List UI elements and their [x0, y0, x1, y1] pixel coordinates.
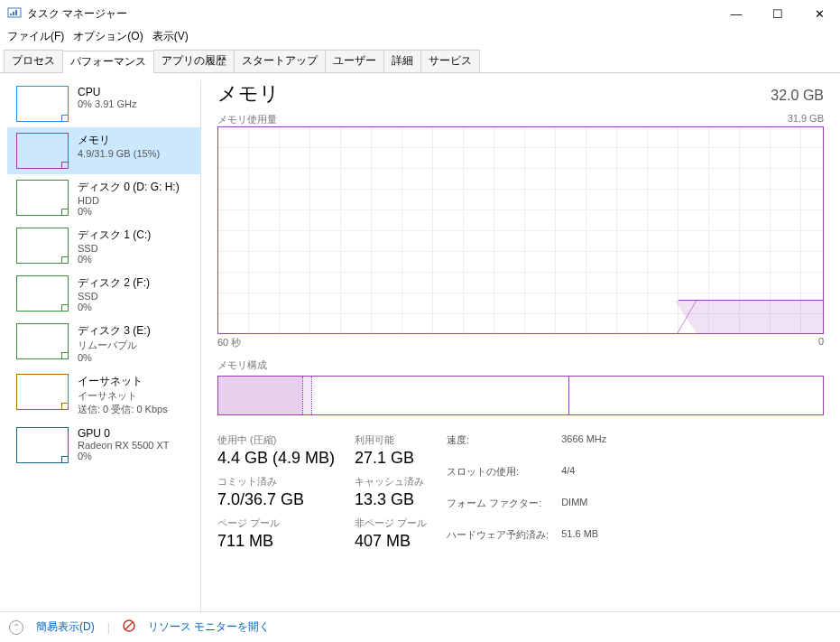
menu-bar: ファイル(F) オプション(O) 表示(V)	[0, 27, 840, 48]
commit-label: コミット済み	[217, 475, 335, 488]
sidebar-item-disk-2[interactable]: ディスク 0 (D: G: H:)HDD0%	[7, 174, 200, 222]
window-title: タスク マネージャー	[27, 6, 127, 22]
title-bar: タスク マネージャー — ☐ ✕	[0, 0, 840, 27]
sidebar-item-cpu-0[interactable]: CPU0% 3.91 GHz	[7, 80, 200, 127]
thumb-icon	[16, 133, 69, 169]
resmon-icon	[123, 619, 135, 635]
tab-5[interactable]: 詳細	[383, 50, 421, 72]
fewer-details-link[interactable]: 簡易表示(D)	[36, 619, 95, 635]
composition-label: メモリ構成	[217, 358, 267, 372]
menu-options[interactable]: オプション(O)	[73, 29, 143, 44]
sidebar-item-disk-5[interactable]: ディスク 3 (E:)リムーバブル0%	[7, 318, 200, 368]
sidebar: CPU0% 3.91 GHzメモリ4.9/31.9 GB (15%)ディスク 0…	[7, 80, 201, 615]
axis-right: 0	[818, 336, 824, 349]
svg-rect-1	[10, 14, 12, 15]
menu-view[interactable]: 表示(V)	[152, 29, 189, 44]
inuse-value: 4.4 GB (4.9 MB)	[217, 449, 335, 468]
thumb-icon	[16, 180, 69, 216]
avail-value: 27.1 GB	[355, 449, 427, 468]
tab-bar: プロセスパフォーマンスアプリの履歴スタートアップユーザー詳細サービス	[0, 50, 840, 73]
menu-file[interactable]: ファイル(F)	[7, 29, 64, 44]
sidebar-item-eth-6[interactable]: イーサネットイーサネット送信: 0 受信: 0 Kbps	[7, 368, 200, 422]
nonpaged-label: 非ページ プール	[355, 516, 427, 530]
thumb-icon	[16, 275, 69, 312]
main-panel: メモリ 32.0 GB メモリ使用量 31.9 GB 60 秒 0 メモリ構成 …	[201, 80, 840, 615]
sidebar-item-gpu-7[interactable]: GPU 0Radeon RX 5500 XT0%	[7, 422, 200, 469]
tab-0[interactable]: プロセス	[4, 50, 63, 72]
sidebar-item-disk-4[interactable]: ディスク 2 (F:)SSD0%	[7, 270, 200, 318]
tab-2[interactable]: アプリの履歴	[153, 50, 235, 72]
sidebar-item-disk-3[interactable]: ディスク 1 (C:)SSD0%	[7, 222, 200, 270]
svg-rect-2	[13, 12, 14, 15]
thumb-icon	[16, 427, 69, 463]
nonpaged-value: 407 MB	[355, 532, 427, 551]
thumb-icon	[16, 86, 69, 122]
tab-4[interactable]: ユーザー	[325, 50, 384, 72]
cache-label: キャッシュ済み	[355, 475, 427, 488]
close-button[interactable]: ✕	[798, 0, 840, 27]
commit-value: 7.0/36.7 GB	[217, 490, 335, 509]
chart-label: メモリ使用量	[217, 113, 277, 126]
svg-rect-3	[15, 10, 17, 15]
resource-monitor-link[interactable]: リソース モニターを開く	[148, 619, 270, 635]
app-icon	[7, 5, 22, 23]
chart-max: 31.9 GB	[788, 113, 824, 126]
memory-info: 速度:3666 MHz スロットの使用:4/4 フォーム ファクター:DIMM …	[447, 433, 606, 558]
page-title: メモリ	[217, 80, 280, 107]
tab-1[interactable]: パフォーマンス	[62, 51, 154, 73]
tab-3[interactable]: スタートアップ	[234, 50, 326, 72]
sidebar-item-mem-1[interactable]: メモリ4.9/31.9 GB (15%)	[7, 127, 200, 174]
inuse-label: 使用中 (圧縮)	[217, 433, 335, 447]
collapse-icon[interactable]: ⌃	[9, 620, 23, 635]
minimize-button[interactable]: —	[715, 0, 757, 27]
maximize-button[interactable]: ☐	[757, 0, 798, 27]
thumb-icon	[16, 323, 69, 359]
memory-usage-chart[interactable]	[217, 126, 824, 334]
axis-left: 60 秒	[217, 336, 241, 349]
paged-value: 711 MB	[217, 532, 335, 551]
thumb-icon	[16, 228, 69, 264]
memory-total: 32.0 GB	[771, 88, 824, 104]
thumb-icon	[16, 374, 69, 410]
memory-composition-chart[interactable]	[217, 376, 824, 415]
footer: ⌃ 簡易表示(D) | リソース モニターを開く	[0, 611, 840, 642]
tab-6[interactable]: サービス	[420, 50, 480, 72]
cache-value: 13.3 GB	[355, 490, 427, 509]
paged-label: ページ プール	[217, 516, 335, 530]
avail-label: 利用可能	[355, 433, 427, 447]
